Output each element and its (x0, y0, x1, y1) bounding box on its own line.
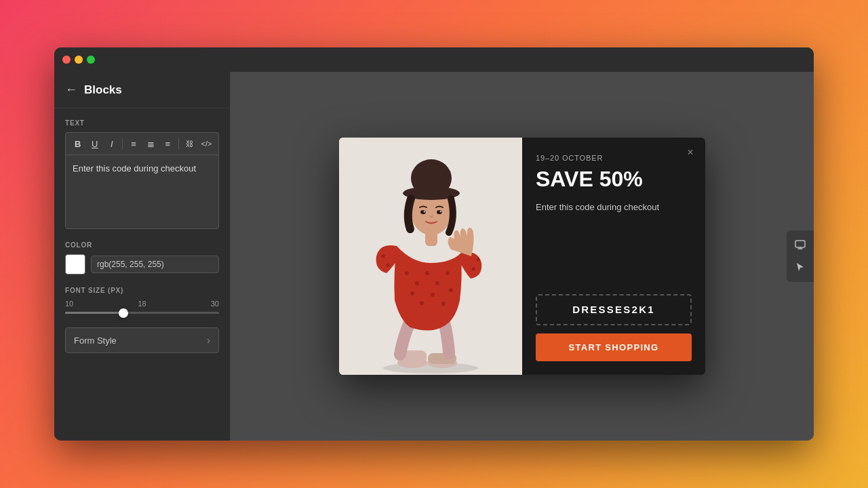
svg-point-23 (411, 159, 452, 197)
popup-code-box: DRESSES2K1 (536, 294, 692, 325)
svg-point-9 (435, 281, 439, 285)
svg-rect-28 (795, 241, 805, 247)
monitor-icon (795, 240, 806, 251)
popup-image-side (339, 138, 522, 375)
toolbar-divider-2 (178, 138, 179, 149)
svg-point-15 (449, 288, 453, 292)
svg-point-17 (387, 264, 390, 267)
font-size-current: 18 (138, 300, 146, 308)
cursor-icon-button[interactable] (791, 258, 810, 277)
app-window: ← Blocks TEXT B U I ≡ ≣ ≡ ⛓ </> (54, 47, 814, 441)
link-button[interactable]: ⛓ (182, 136, 197, 152)
svg-point-11 (410, 291, 414, 296)
svg-point-16 (382, 255, 385, 258)
traffic-lights (62, 56, 95, 64)
svg-point-12 (420, 301, 424, 305)
svg-point-10 (446, 271, 450, 275)
minimize-traffic-light[interactable] (75, 56, 83, 64)
close-traffic-light[interactable] (62, 56, 71, 64)
color-row (65, 254, 219, 274)
svg-point-13 (431, 293, 435, 297)
text-toolbar: B U I ≡ ≣ ≡ ⛓ </> (65, 132, 219, 155)
popup-headline: SAVE 50% (536, 167, 692, 191)
right-toolbar (787, 230, 814, 282)
popup-subtext: Enter this code during checkout (536, 202, 692, 285)
color-value-input[interactable] (91, 256, 219, 273)
text-section-label: TEXT (65, 119, 219, 127)
underline-button[interactable]: U (87, 136, 102, 152)
popup-content-side: × 19–20 OCTOBER SAVE 50% Enter this code… (522, 138, 705, 375)
numbered-list-button[interactable]: ≣ (143, 136, 159, 152)
popup-modal: × 19–20 OCTOBER SAVE 50% Enter this code… (339, 138, 705, 375)
popup-cta-button[interactable]: START SHOPPING (536, 333, 692, 361)
svg-point-6 (405, 271, 409, 275)
font-size-section: FONT SIZE (PX) 10 18 30 (65, 287, 219, 314)
main-content: × 19–20 OCTOBER SAVE 50% Enter this code… (231, 72, 814, 441)
align-button[interactable]: ≡ (160, 136, 176, 152)
maximize-traffic-light[interactable] (87, 56, 95, 64)
form-style-row[interactable]: Form Style › (65, 327, 219, 353)
popup-promo-code: DRESSES2K1 (572, 304, 655, 315)
font-size-slider-container[interactable] (65, 312, 219, 314)
color-section: COLOR (65, 241, 219, 274)
slider-thumb[interactable] (119, 308, 128, 318)
slider-fill (65, 312, 127, 314)
popup-date: 19–20 OCTOBER (536, 154, 692, 162)
svg-point-19 (472, 268, 475, 271)
popup-close-button[interactable]: × (682, 144, 698, 161)
sidebar-title: Blocks (84, 83, 122, 97)
svg-point-27 (440, 211, 442, 213)
bullet-list-button[interactable]: ≡ (125, 136, 141, 152)
fashion-illustration (339, 138, 522, 375)
svg-point-7 (415, 281, 419, 285)
color-swatch[interactable] (65, 254, 85, 274)
text-editor[interactable]: Enter this code during checkout (65, 155, 219, 229)
code-button[interactable]: </> (199, 136, 214, 152)
slider-track (65, 312, 219, 314)
svg-point-14 (441, 302, 446, 306)
font-size-max: 30 (211, 300, 219, 308)
toolbar-divider-1 (122, 138, 123, 149)
svg-point-18 (477, 258, 480, 262)
svg-point-8 (425, 271, 429, 275)
svg-point-26 (424, 211, 426, 213)
italic-button[interactable]: I (104, 136, 119, 152)
sidebar-content: TEXT B U I ≡ ≣ ≡ ⛓ </> Enter this code d… (54, 108, 230, 441)
sidebar-header: ← Blocks (54, 72, 230, 108)
cursor-icon (795, 262, 806, 272)
form-style-label: Form Style (74, 336, 117, 346)
title-bar (54, 47, 814, 72)
chevron-right-icon: › (207, 335, 210, 346)
app-body: ← Blocks TEXT B U I ≡ ≣ ≡ ⛓ </> (54, 72, 814, 441)
monitor-icon-button[interactable] (791, 236, 810, 255)
font-size-min: 10 (65, 300, 73, 308)
font-size-labels: 10 18 30 (65, 300, 219, 308)
editor-content: Enter this code during checkout (73, 162, 212, 176)
sidebar: ← Blocks TEXT B U I ≡ ≣ ≡ ⛓ </> (54, 72, 231, 441)
bold-button[interactable]: B (70, 136, 85, 152)
back-button[interactable]: ← (65, 83, 77, 97)
color-section-label: COLOR (65, 241, 219, 249)
font-size-label: FONT SIZE (PX) (65, 287, 219, 294)
